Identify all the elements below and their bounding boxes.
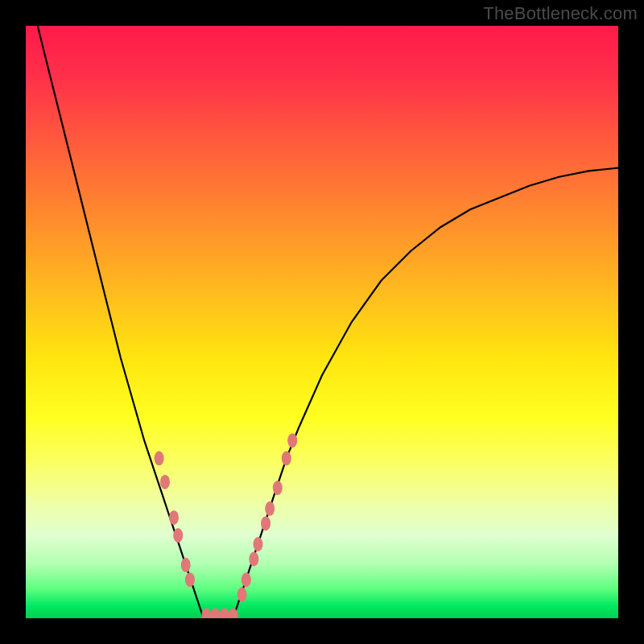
marker-dot (237, 588, 247, 602)
marker-group (155, 433, 298, 618)
marker-dot (265, 502, 275, 516)
marker-dot (282, 451, 291, 465)
watermark-text: TheBottleneck.com (483, 3, 638, 24)
marker-dot (254, 537, 263, 551)
curve-svg (26, 26, 618, 618)
marker-dot (261, 516, 270, 530)
marker-dot (181, 558, 191, 572)
marker-dot (185, 572, 195, 587)
marker-dot (169, 510, 179, 525)
chart-frame: TheBottleneck.com (0, 0, 644, 644)
marker-dot (160, 475, 170, 489)
marker-dot (202, 608, 212, 618)
marker-dot (211, 608, 221, 618)
marker-dot (242, 572, 251, 587)
marker-dot (287, 433, 297, 448)
plot-area (26, 26, 618, 618)
marker-dot (173, 528, 183, 543)
marker-dot (155, 451, 164, 465)
marker-dot (220, 608, 229, 618)
marker-dot (273, 481, 283, 495)
bottleneck-curve (38, 26, 618, 618)
marker-dot (249, 551, 258, 566)
